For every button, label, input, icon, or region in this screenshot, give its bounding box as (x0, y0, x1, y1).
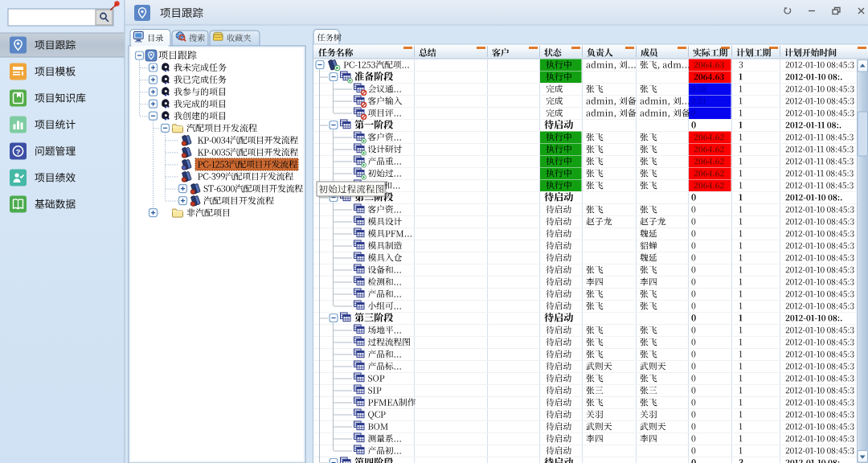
svg-text:?: ? (16, 147, 21, 156)
